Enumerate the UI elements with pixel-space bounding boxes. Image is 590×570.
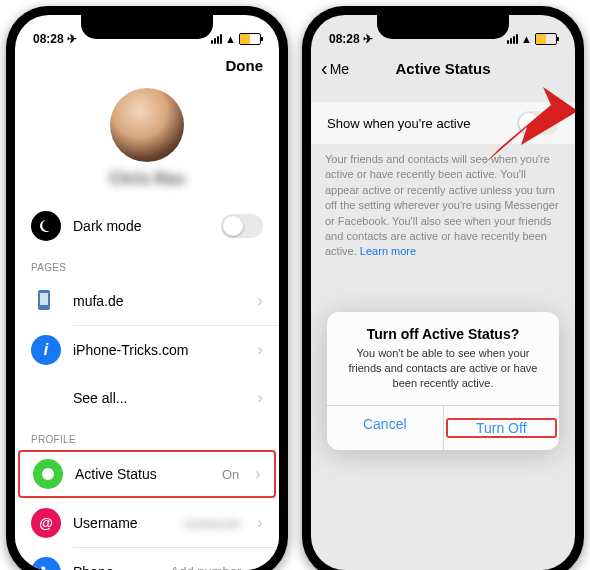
dark-mode-toggle[interactable] [221,214,263,238]
page-icon [31,286,61,316]
nav-bar: ‹Me Active Status [311,53,575,86]
chevron-icon: › [257,291,263,311]
status-right: ▲ [211,33,261,45]
see-all-label: See all... [73,390,127,406]
page-label: mufa.de [73,293,124,309]
status-right: ▲ [507,33,557,45]
dialog-buttons: Cancel Turn Off [327,405,559,450]
active-status-icon [33,459,63,489]
chevron-left-icon: ‹ [321,57,328,80]
signal-icon [211,34,222,44]
phone-row[interactable]: Phone Add number › [15,548,279,571]
chevron-icon: › [257,340,263,360]
dialog-text: You won't be able to see when your frien… [327,346,559,405]
profile-section: PROFILE [15,422,279,449]
back-button[interactable]: ‹Me [321,57,349,80]
status-time: 08:28 ✈︎ [329,32,373,46]
username-value: someuser [184,516,241,531]
page-title: Active Status [395,60,490,77]
signal-icon [507,34,518,44]
phone-left: 08:28 ✈︎ ▲ Done Chris Rau Dark mode PAGE… [6,6,288,570]
dialog-title: Turn off Active Status? [327,312,559,346]
phone-value: Add number [171,564,242,570]
user-name: Chris Rau [15,170,279,188]
wifi-icon: ▲ [521,33,532,45]
page-tricks[interactable]: i iPhone-Tricks.com› [15,326,279,374]
wifi-icon: ▲ [225,33,236,45]
active-status-label: Active Status [75,466,157,482]
dark-mode-row[interactable]: Dark mode [15,202,279,250]
notch [81,15,213,39]
screen-right: 08:28 ✈︎ ▲ ‹Me Active Status Show when y… [311,15,575,570]
chevron-icon: › [257,388,263,408]
page-icon: i [31,335,61,365]
dark-mode-label: Dark mode [73,218,141,234]
spacer [31,383,61,413]
phone-icon [31,557,61,571]
back-label: Me [330,61,349,77]
see-all-button[interactable]: See all...› [15,374,279,422]
location-icon: ✈︎ [363,32,373,46]
chevron-icon: › [257,513,263,533]
svg-marker-2 [483,87,575,165]
chevron-icon: › [257,562,263,571]
phone-label: Phone [73,564,113,571]
location-icon: ✈︎ [67,32,77,46]
username-icon: @ [31,508,61,538]
done-button[interactable]: Done [226,57,264,74]
arrow-annotation [473,87,575,187]
avatar[interactable] [110,88,184,162]
active-status-value: On [222,467,239,482]
turn-off-button[interactable]: Turn Off [443,406,560,450]
svg-rect-1 [40,293,48,305]
battery-icon [239,33,261,45]
notch [377,15,509,39]
active-status-row[interactable]: Active Status On › [18,450,276,498]
username-label: Username [73,515,138,531]
page-mufa[interactable]: mufa.de› [15,277,279,325]
username-row[interactable]: @ Username someuser › [15,499,279,547]
pages-section: PAGES [15,250,279,277]
chevron-icon: › [255,464,261,484]
phone-right: 08:28 ✈︎ ▲ ‹Me Active Status Show when y… [302,6,584,570]
show-active-label: Show when you're active [327,116,470,131]
learn-more-link[interactable]: Learn more [360,245,416,257]
status-time: 08:28 ✈︎ [33,32,77,46]
confirm-dialog: Turn off Active Status? You won't be abl… [327,312,559,450]
screen-left: 08:28 ✈︎ ▲ Done Chris Rau Dark mode PAGE… [15,15,279,570]
page-label: iPhone-Tricks.com [73,342,188,358]
header: Done [15,53,279,84]
cancel-button[interactable]: Cancel [327,406,443,450]
moon-icon [31,211,61,241]
battery-icon [535,33,557,45]
